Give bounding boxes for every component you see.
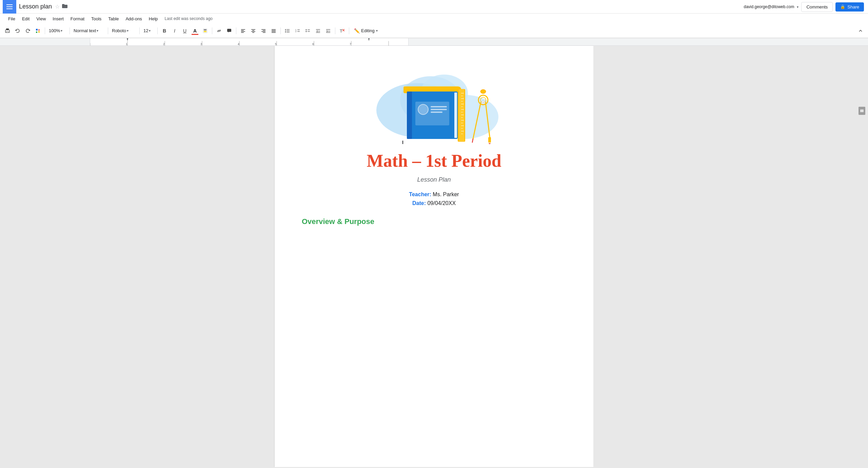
font-size-value: 12 — [143, 28, 148, 33]
svg-rect-108 — [860, 109, 864, 112]
lesson-plan-subtitle: Lesson Plan — [302, 176, 566, 183]
font-select[interactable]: Roboto ▾ — [110, 26, 137, 36]
folder-icon[interactable] — [62, 4, 68, 10]
print-button[interactable] — [3, 26, 12, 36]
star-icon[interactable]: ☆ — [55, 3, 60, 10]
insert-link-button[interactable] — [214, 26, 224, 36]
document-title: Lesson plan — [19, 3, 52, 10]
align-justify-button[interactable] — [269, 26, 278, 36]
sep-3 — [108, 27, 108, 34]
menu-file[interactable]: File — [5, 15, 18, 23]
teacher-value: Ms. Parker — [433, 191, 459, 197]
scroll-handle[interactable] — [859, 107, 865, 115]
svg-rect-5 — [204, 31, 206, 32]
undo-button[interactable] — [13, 26, 22, 36]
style-select[interactable]: Normal text ▾ — [72, 26, 106, 36]
sep-5 — [157, 27, 158, 34]
align-center-button[interactable] — [249, 26, 258, 36]
align-left-button[interactable] — [238, 26, 248, 36]
svg-text:6: 6 — [312, 42, 314, 46]
bulleted-list-button[interactable] — [303, 26, 313, 36]
teacher-info: Teacher: Ms. Parker — [302, 191, 566, 198]
redo-button[interactable] — [23, 26, 33, 36]
share-label: Share — [847, 4, 859, 9]
menu-view[interactable]: View — [34, 15, 48, 23]
left-margin — [0, 46, 275, 467]
document-image-area — [302, 66, 566, 144]
svg-rect-2 — [6, 32, 9, 33]
menu-table[interactable]: Table — [105, 15, 121, 23]
overview-heading: Overview & Purpose — [302, 217, 566, 226]
font-size-select[interactable]: 12 ▾ — [142, 26, 155, 36]
svg-text:3: 3 — [200, 42, 202, 46]
svg-point-32 — [306, 29, 307, 30]
svg-marker-46 — [368, 38, 370, 41]
user-email: david.george@ditoweb.com — [744, 4, 794, 9]
zoom-select[interactable]: 100% ▾ — [47, 26, 67, 36]
svg-text:T: T — [340, 28, 342, 34]
insert-comment-button[interactable] — [224, 26, 234, 36]
ruler-inner: 1 2 3 4 5 6 7 — [90, 38, 409, 45]
bold-button[interactable]: B — [160, 26, 169, 36]
menu-edit[interactable]: Edit — [19, 15, 32, 23]
sep-4 — [139, 27, 140, 34]
svg-point-34 — [306, 31, 307, 32]
toolbar: 100% ▾ Normal text ▾ Roboto ▾ 12 ▾ B I U — [0, 24, 868, 38]
collapse-toolbar-button[interactable] — [856, 26, 865, 36]
comments-button[interactable]: Comments — [801, 2, 833, 12]
date-label: Date: — [412, 200, 426, 206]
sep-2 — [70, 27, 70, 34]
sep-6 — [212, 27, 212, 34]
highlight-button[interactable] — [200, 26, 210, 36]
teacher-label: Teacher: — [409, 191, 431, 197]
paint-format-button[interactable] — [33, 26, 43, 36]
numbered-list-button[interactable]: 12 — [293, 26, 302, 36]
svg-text:5: 5 — [275, 42, 277, 46]
sep-7 — [236, 27, 236, 34]
svg-marker-45 — [127, 38, 128, 41]
menu-addons[interactable]: Add-ons — [123, 15, 144, 23]
svg-rect-74 — [431, 109, 447, 110]
svg-line-100 — [472, 139, 473, 142]
user-dropdown-arrow[interactable]: ▾ — [797, 5, 798, 9]
menu-bar: File Edit View Insert Format Tools Table… — [0, 14, 868, 24]
sep-9 — [335, 27, 335, 34]
svg-text:2: 2 — [295, 30, 297, 33]
increase-indent-button[interactable] — [323, 26, 333, 36]
svg-rect-1 — [6, 28, 9, 30]
last-edit-status: Last edit was seconds ago — [165, 16, 213, 21]
italic-button[interactable]: I — [170, 26, 179, 36]
lock-icon: 🔒 — [840, 4, 845, 9]
underline-button[interactable]: U — [180, 26, 190, 36]
style-value: Normal text — [74, 28, 96, 33]
editing-mode-button[interactable]: ✏️ Editing ▾ — [351, 27, 382, 35]
sep-1 — [45, 27, 45, 34]
share-button[interactable]: 🔒 Share — [835, 2, 864, 12]
svg-rect-8 — [227, 29, 231, 32]
menu-tools[interactable]: Tools — [88, 15, 104, 23]
svg-rect-75 — [431, 111, 442, 113]
ruler: 1 2 3 4 5 6 7 — [0, 38, 868, 46]
text-color-bar — [192, 34, 198, 35]
svg-text:7: 7 — [350, 42, 351, 46]
align-right-button[interactable] — [259, 26, 268, 36]
svg-rect-70 — [454, 93, 457, 138]
date-info: Date: 09/04/20XX — [302, 200, 566, 206]
menu-help[interactable]: Help — [146, 15, 161, 23]
svg-text:2: 2 — [163, 42, 165, 46]
text-color-button[interactable]: A — [190, 26, 200, 36]
hamburger-menu[interactable] — [3, 0, 16, 14]
document-body[interactable]: Math – 1st Period Lesson Plan Teacher: M… — [275, 46, 593, 467]
pencil-icon: ✏️ — [354, 28, 360, 34]
decrease-indent-button[interactable] — [313, 26, 323, 36]
clear-formatting-button[interactable]: T — [337, 26, 347, 36]
svg-rect-73 — [431, 106, 447, 107]
top-right-area: david.george@ditoweb.com ▾ Comments 🔒 Sh… — [744, 0, 868, 14]
svg-rect-95 — [482, 90, 485, 93]
menu-format[interactable]: Format — [68, 15, 87, 23]
svg-rect-3 — [36, 29, 38, 30]
menu-insert[interactable]: Insert — [50, 15, 66, 23]
svg-rect-69 — [407, 91, 412, 139]
line-spacing-button[interactable] — [283, 26, 292, 36]
svg-text:4: 4 — [238, 42, 239, 46]
